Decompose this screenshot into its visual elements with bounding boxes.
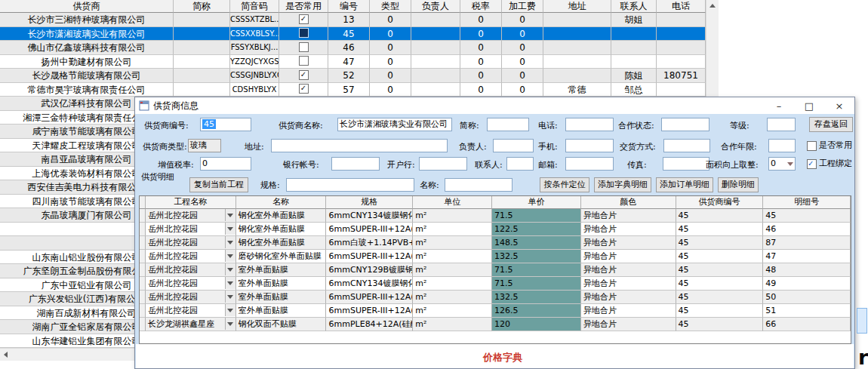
name-cell[interactable]: 钢化室外单面贴膜 [236, 223, 327, 236]
price-cell[interactable]: 132.5 [492, 250, 581, 263]
grid-column-header[interactable]: 单价 [492, 196, 581, 209]
table-cell[interactable]: 0 [460, 27, 502, 42]
spec-cell[interactable]: 6mmSUPER-III+12A(硅... [326, 291, 413, 304]
table-cell[interactable]: 0 [460, 41, 502, 55]
supplier-name-field[interactable]: 长沙市潇湘玻璃实业有限公司 [337, 118, 452, 131]
table-cell[interactable] [411, 13, 460, 27]
table-cell[interactable]: 0 [502, 83, 543, 97]
name-cell[interactable]: 磨砂钢化室外单面贴膜 [236, 250, 327, 263]
table-cell[interactable] [543, 55, 611, 69]
checkbox-icon[interactable] [299, 56, 309, 66]
spec-cell[interactable]: 6mm白玻+1.14PVB+6mm... [326, 236, 413, 250]
project-name-cell[interactable]: 岳州北控花园 [146, 209, 236, 223]
table-cell[interactable] [543, 69, 611, 83]
round-up-dropdown[interactable]: 0 [768, 157, 796, 171]
detail-id-cell[interactable]: 47 [763, 250, 851, 263]
table-cell[interactable]: CDSHYBLYX [230, 83, 279, 97]
email-field[interactable] [565, 157, 614, 171]
grid-column-header[interactable]: 名称 [236, 196, 327, 209]
chevron-down-icon[interactable] [225, 277, 235, 289]
project-name-cell[interactable]: 岳州北控花园 [146, 263, 236, 277]
copy-current-project-button[interactable]: 复制当前工程 [189, 177, 248, 192]
column-header[interactable]: 简称 [174, 0, 230, 13]
table-cell[interactable] [543, 27, 611, 42]
spec-cell[interactable]: 6mmCNY134镀膜钢化 [326, 277, 413, 291]
color-cell[interactable]: 异地合片 [581, 250, 676, 263]
add-dictionary-detail-button[interactable]: 添加字典明细 [594, 177, 651, 192]
row-selector[interactable] [140, 209, 146, 223]
row-selector[interactable] [140, 223, 146, 236]
table-cell[interactable]: 0 [502, 41, 543, 55]
table-cell[interactable]: 0 [460, 13, 502, 27]
row-selector[interactable] [140, 250, 146, 263]
table-cell[interactable] [657, 41, 706, 55]
detail-id-cell[interactable]: 48 [763, 263, 851, 277]
price-cell[interactable]: 71.5 [492, 209, 581, 223]
detail-id-cell[interactable]: 87 [763, 236, 851, 250]
project-name-cell[interactable]: 岳州北控花园 [146, 291, 236, 304]
row-selector[interactable] [140, 236, 146, 250]
detail-id-cell[interactable]: 49 [763, 277, 851, 291]
grid-column-header[interactable]: 规格 [326, 196, 413, 209]
table-cell[interactable] [657, 83, 706, 97]
table-cell[interactable] [543, 41, 611, 55]
name-cell[interactable]: 室外单面贴膜 [236, 291, 327, 304]
grid-row[interactable]: 岳州北控花园钢化室外单面贴膜6mmSUPER-III+12A(硅...m²122… [140, 223, 851, 236]
table-cell[interactable]: 0 [370, 69, 411, 83]
grid-column-header[interactable]: 明细号 [763, 196, 851, 209]
table-cell[interactable] [657, 55, 706, 69]
table-cell[interactable] [279, 27, 328, 42]
supplier-name-cell[interactable]: 扬州中勤建材有限公司 [0, 55, 174, 69]
close-icon[interactable]: × [824, 97, 854, 114]
price-cell[interactable]: 126.5 [492, 304, 581, 318]
spec-cell[interactable]: 6mmSUPER-III+12A(硅... [326, 223, 413, 236]
grid-column-header[interactable]: 颜色 [581, 196, 676, 209]
checkbox-icon[interactable] [299, 42, 309, 52]
supplier-name-cell[interactable]: 长沙市三湘特种玻璃有限公司 [0, 13, 174, 27]
table-cell[interactable] [174, 41, 230, 55]
supplier-id-cell[interactable]: 45 [676, 318, 764, 331]
row-selector[interactable] [140, 263, 146, 277]
table-cell[interactable]: YZZQJCYXGS [230, 55, 279, 69]
checkbox-checked-icon[interactable]: ✓ [299, 70, 309, 80]
color-cell[interactable]: 异地合片 [581, 291, 676, 304]
color-cell[interactable]: 异地合片 [581, 209, 676, 223]
table-cell[interactable]: 13 [328, 13, 370, 27]
table-cell[interactable]: 0 [460, 69, 502, 83]
table-cell[interactable] [611, 55, 657, 69]
project-name-cell[interactable]: 岳州北控花园 [146, 304, 236, 318]
supplier-id-field[interactable]: 45 [200, 118, 251, 131]
row-selector[interactable] [140, 291, 146, 304]
chevron-down-icon[interactable] [225, 223, 235, 235]
column-header[interactable]: 联系人 [611, 0, 657, 13]
grid-row[interactable]: 岳州北控花园磨砂钢化室外单面贴膜6mmSUPER-III+12A(硅...m²1… [140, 250, 851, 263]
grid-column-header[interactable]: 供货商编号 [676, 196, 764, 209]
spec-cell[interactable]: 6mmPLE84+12A(硅酮胶... [326, 318, 413, 331]
table-cell[interactable]: 0 [460, 55, 502, 69]
chevron-down-icon[interactable] [225, 318, 235, 330]
column-header[interactable]: 是否常用 [279, 0, 328, 13]
save-return-button[interactable]: 存盘返回 [809, 117, 853, 132]
name-cell[interactable]: 室外单面贴膜 [236, 277, 327, 291]
supplier-id-cell[interactable]: 45 [676, 209, 764, 223]
checkbox-checked-icon[interactable]: ✓ [299, 84, 309, 94]
locate-by-condition-button[interactable]: 按条件定位 [540, 177, 589, 192]
unit-cell[interactable]: m² [413, 209, 492, 223]
price-cell[interactable]: 148.5 [492, 236, 581, 250]
table-cell[interactable]: ✓ [279, 83, 328, 97]
table-cell[interactable] [657, 27, 706, 42]
table-cell[interactable] [657, 13, 706, 27]
project-name-cell[interactable]: 岳州北控花园 [146, 223, 236, 236]
supplier-id-cell[interactable]: 45 [676, 277, 764, 291]
project-bind-checkbox[interactable]: ✓ 工程绑定 [807, 158, 852, 169]
color-cell[interactable]: 异地合片 [581, 236, 676, 250]
fax-field[interactable] [663, 157, 709, 171]
price-cell[interactable]: 71.5 [492, 277, 581, 291]
table-cell[interactable]: CSSGJNBLYXGS [230, 69, 279, 83]
name-cell[interactable]: 室外单面贴膜 [236, 304, 327, 318]
unit-cell[interactable]: m² [413, 277, 492, 291]
chevron-down-icon[interactable] [225, 291, 235, 303]
grid-row[interactable]: 岳州北控花园室外单面贴膜6mmCNY134镀膜钢化m²71.5异地合片4549 [140, 277, 851, 291]
color-cell[interactable]: 异地合片 [581, 304, 676, 318]
unit-cell[interactable]: m² [413, 263, 492, 277]
